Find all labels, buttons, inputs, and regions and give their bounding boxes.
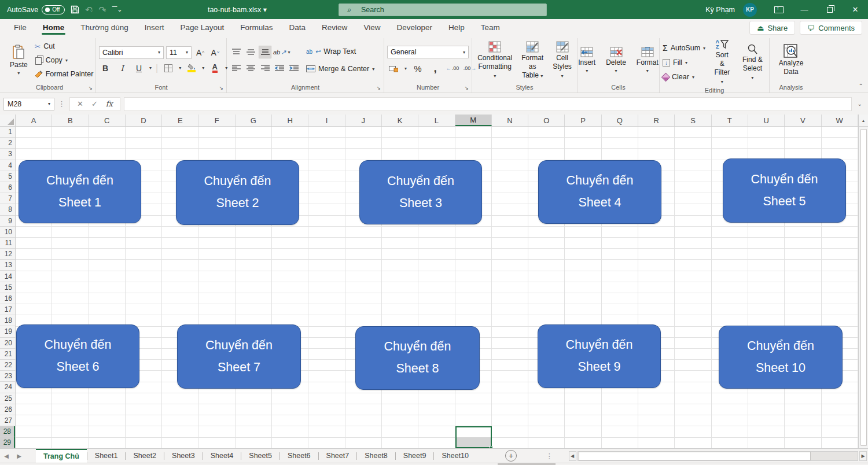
quick-access-customize-icon[interactable]: ▔⌄ xyxy=(112,6,123,13)
sheet-tab-sheet10[interactable]: Sheet10 xyxy=(434,449,476,463)
column-header-I[interactable]: I xyxy=(308,115,345,126)
document-title[interactable]: tao-nut-bam.xlsx ▾ xyxy=(200,5,275,14)
horizontal-scroll-thumb[interactable] xyxy=(579,452,811,460)
sheet-tab-sheet3[interactable]: Sheet3 xyxy=(164,449,203,463)
sheet-tab-sheet6[interactable]: Sheet6 xyxy=(280,449,318,463)
goto-sheet-button-2[interactable]: Chuyển đếnSheet 2 xyxy=(176,160,299,225)
font-size-select[interactable]: 11▾ xyxy=(166,46,192,59)
row-header-3[interactable]: 3 xyxy=(0,149,15,160)
row-header-19[interactable]: 19 xyxy=(0,326,15,337)
row-header-10[interactable]: 10 xyxy=(0,227,15,238)
font-name-select[interactable]: Calibri▾ xyxy=(99,46,164,59)
sheet-tab-sheet1[interactable]: Sheet1 xyxy=(87,449,126,463)
search-input[interactable]: ⌕ Search xyxy=(339,3,547,16)
goto-sheet-button-5[interactable]: Chuyển đếnSheet 5 xyxy=(723,158,846,223)
close-icon[interactable]: ✕ xyxy=(843,0,868,19)
align-right-icon[interactable] xyxy=(259,62,271,75)
sheet-tab-sheet7[interactable]: Sheet7 xyxy=(319,449,357,463)
increase-indent-icon[interactable] xyxy=(288,62,300,75)
ribbon-tab-help[interactable]: Help xyxy=(440,20,473,36)
cut-button[interactable]: ✂Cut xyxy=(35,40,94,53)
insert-cells-button[interactable]: Insert▾ xyxy=(575,46,599,75)
sheet-nav-right-icon[interactable]: ▶ xyxy=(13,449,25,463)
undo-icon[interactable]: ↶˅ xyxy=(85,5,93,14)
sheet-tab-sheet4[interactable]: Sheet4 xyxy=(203,449,241,463)
row-header-24[interactable]: 24 xyxy=(0,382,15,393)
sheet-tab-sheet8[interactable]: Sheet8 xyxy=(357,449,395,463)
share-button[interactable]: ⏏Share xyxy=(749,21,795,35)
row-header-7[interactable]: 7 xyxy=(0,193,15,204)
sheet-tab-sheet2[interactable]: Sheet2 xyxy=(126,449,164,463)
ribbon-tab-formulas[interactable]: Formulas xyxy=(232,20,281,36)
column-header-L[interactable]: L xyxy=(418,115,455,126)
column-header-T[interactable]: T xyxy=(712,115,748,126)
vscroll-up-icon[interactable]: ▲ xyxy=(858,115,868,126)
ribbon-display-options-icon[interactable] xyxy=(766,0,792,19)
ribbon-tab-view[interactable]: View xyxy=(355,20,388,36)
fill-handle[interactable] xyxy=(490,446,493,448)
sheet-tab-sheet5[interactable]: Sheet5 xyxy=(241,449,279,463)
alignment-dialog-launcher[interactable]: ↘ xyxy=(376,85,381,91)
new-sheet-icon[interactable]: + xyxy=(505,450,517,462)
column-header-M[interactable]: M xyxy=(455,115,492,126)
row-header-25[interactable]: 25 xyxy=(0,393,15,404)
vertical-scrollbar[interactable] xyxy=(858,127,868,448)
find-select-button[interactable]: Find &Select ▾ xyxy=(739,43,766,83)
font-color-icon[interactable]: A xyxy=(208,62,221,75)
format-painter-button[interactable]: Format Painter xyxy=(35,68,94,80)
minimize-icon[interactable]: — xyxy=(792,0,817,19)
comma-style-icon[interactable]: , xyxy=(429,62,442,75)
column-header-D[interactable]: D xyxy=(126,115,162,126)
cell-styles-button[interactable]: CellStyles ▾ xyxy=(549,40,575,81)
row-header-9[interactable]: 9 xyxy=(0,216,15,227)
save-icon[interactable] xyxy=(71,5,79,14)
percent-style-icon[interactable]: % xyxy=(411,62,424,75)
decrease-font-icon[interactable]: A˅ xyxy=(209,46,222,59)
user-name[interactable]: Kỳ Phạm xyxy=(705,6,735,14)
row-header-29[interactable]: 29 xyxy=(0,437,15,448)
sheet-tab-sheet9[interactable]: Sheet9 xyxy=(396,449,434,463)
comments-button[interactable]: 🗩Comments xyxy=(800,21,862,35)
column-header-R[interactable]: R xyxy=(638,115,675,126)
row-header-8[interactable]: 8 xyxy=(0,204,15,215)
ribbon-tab-insert[interactable]: Insert xyxy=(137,20,172,36)
row-header-28[interactable]: 28 xyxy=(0,426,15,437)
column-header-N[interactable]: N xyxy=(492,115,528,126)
hscroll-right-icon[interactable]: ▶ xyxy=(859,451,867,461)
align-left-icon[interactable] xyxy=(230,62,242,75)
sheet-tab-trang-chủ[interactable]: Trang Chủ xyxy=(36,449,87,463)
number-dialog-launcher[interactable]: ↘ xyxy=(464,85,469,91)
column-header-V[interactable]: V xyxy=(785,115,821,126)
column-header-J[interactable]: J xyxy=(345,115,382,126)
delete-cells-button[interactable]: Delete▾ xyxy=(602,46,630,75)
ribbon-tab-home[interactable]: Home xyxy=(35,20,73,36)
column-header-G[interactable]: G xyxy=(236,115,272,126)
row-header-16[interactable]: 16 xyxy=(0,293,15,304)
formula-input[interactable] xyxy=(124,97,852,111)
collapse-ribbon-icon[interactable]: ⌃ xyxy=(859,83,863,89)
autosum-button[interactable]: ΣAutoSum ▾ xyxy=(663,42,705,54)
ribbon-tab-thường-dùng[interactable]: Thường dùng xyxy=(72,20,136,36)
borders-icon[interactable] xyxy=(162,62,175,75)
decrease-indent-icon[interactable] xyxy=(273,62,286,75)
align-top-icon[interactable] xyxy=(230,46,242,58)
column-header-E[interactable]: E xyxy=(162,115,198,126)
restore-icon[interactable] xyxy=(817,0,843,19)
number-format-select[interactable]: General▾ xyxy=(387,46,469,58)
goto-sheet-button-1[interactable]: Chuyển đếnSheet 1 xyxy=(19,160,141,223)
paste-button[interactable]: Paste▾ xyxy=(6,43,31,78)
goto-sheet-button-8[interactable]: Chuyển đếnSheet 8 xyxy=(355,326,480,390)
autosave-toggle[interactable]: AutoSave Off xyxy=(7,5,65,14)
column-header-Q[interactable]: Q xyxy=(602,115,638,126)
vertical-scroll-thumb[interactable] xyxy=(860,129,867,446)
increase-font-icon[interactable]: A^ xyxy=(194,46,207,59)
row-header-6[interactable]: 6 xyxy=(0,182,15,193)
increase-decimal-icon[interactable]: ←.00 xyxy=(446,62,459,75)
conditional-formatting-button[interactable]: ConditionalFormatting ▾ xyxy=(474,40,516,81)
ribbon-tab-page-layout[interactable]: Page Layout xyxy=(172,20,233,36)
row-header-18[interactable]: 18 xyxy=(0,315,15,326)
row-header-15[interactable]: 15 xyxy=(0,282,15,293)
column-header-A[interactable]: A xyxy=(16,115,52,126)
wrap-text-button[interactable]: ab↩Wrap Text xyxy=(306,45,374,58)
ribbon-tab-developer[interactable]: Developer xyxy=(388,20,440,36)
